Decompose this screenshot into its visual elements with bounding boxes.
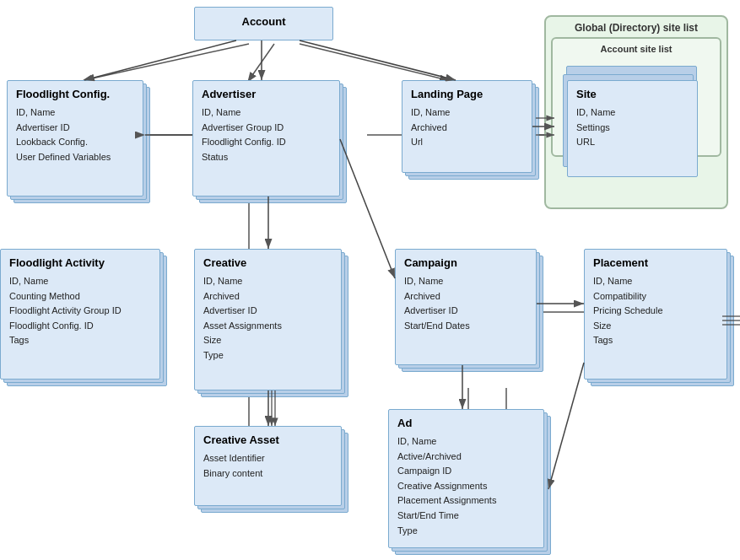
- floodlight-config-fields: ID, Name Advertiser ID Lookback Config. …: [16, 105, 134, 164]
- svg-line-2: [300, 44, 447, 80]
- fa-field-4: Tags: [9, 333, 151, 348]
- creative-fields: ID, Name Archived Advertiser ID Asset As…: [203, 274, 332, 363]
- advertiser-card: Advertiser ID, Name Advertiser Group ID …: [192, 80, 340, 197]
- ca-field-1: Binary content: [203, 466, 332, 482]
- pl-field-0: ID, Name: [593, 274, 718, 289]
- floodlight-activity-card: Floodlight Activity ID, Name Counting Me…: [0, 249, 160, 380]
- ad-field-5: Start/End Time: [397, 509, 535, 524]
- ad-card: Ad ID, Name Active/Archived Campaign ID …: [388, 409, 544, 548]
- account-site-list-container: Account site list Site ID, Name Settings…: [551, 37, 721, 157]
- fa-field-2: Floodlight Activity Group ID: [9, 304, 151, 319]
- ad-field-4: Placement Assignments: [397, 493, 535, 509]
- creative-title: Creative: [203, 256, 332, 269]
- ad-field-2: Campaign ID: [397, 464, 535, 479]
- svg-line-1: [249, 44, 274, 80]
- creative-card: Creative ID, Name Archived Advertiser ID…: [194, 249, 342, 390]
- adv-field-1: Advertiser Group ID: [202, 121, 331, 136]
- global-site-list-container: Global (Directory) site list Account sit…: [544, 15, 728, 209]
- adv-field-3: Status: [202, 150, 331, 165]
- adv-field-2: Floodlight Config. ID: [202, 135, 331, 150]
- lp-field-1: Archived: [411, 121, 523, 136]
- camp-field-3: Start/End Dates: [404, 319, 527, 334]
- pl-field-4: Tags: [593, 333, 718, 348]
- landing-page-fields: ID, Name Archived Url: [411, 105, 523, 150]
- site-title: Site: [576, 88, 689, 100]
- cr-field-5: Type: [203, 348, 332, 363]
- advertiser-fields: ID, Name Advertiser Group ID Floodlight …: [202, 105, 331, 164]
- camp-field-2: Advertiser ID: [404, 304, 527, 319]
- svg-line-0: [84, 44, 249, 80]
- lp-field-0: ID, Name: [411, 105, 523, 121]
- adv-field-0: ID, Name: [202, 105, 331, 121]
- campaign-card: Campaign ID, Name Archived Advertiser ID…: [395, 249, 537, 365]
- advertiser-title: Advertiser: [202, 88, 331, 100]
- account-card: Account: [194, 7, 333, 40]
- pl-field-2: Pricing Schedule: [593, 304, 718, 319]
- cr-field-0: ID, Name: [203, 274, 332, 289]
- site-fields: ID, Name Settings URL: [576, 105, 689, 150]
- fa-field-3: Floodlight Config. ID: [9, 319, 151, 334]
- diagram: Account Global (Directory) site list Acc…: [0, 0, 740, 560]
- global-site-list-title: Global (Directory) site list: [551, 22, 721, 34]
- ad-field-6: Type: [397, 524, 535, 539]
- site-field-2: URL: [576, 135, 689, 150]
- floodlight-activity-fields: ID, Name Counting Method Floodlight Acti…: [9, 274, 151, 348]
- creative-asset-card: Creative Asset Asset Identifier Binary c…: [194, 426, 342, 506]
- camp-field-1: Archived: [404, 289, 527, 304]
- floodlight-config-card: Floodlight Config. ID, Name Advertiser I…: [7, 80, 143, 197]
- pl-field-3: Size: [593, 319, 718, 334]
- creative-asset-fields: Asset Identifier Binary content: [203, 451, 332, 481]
- campaign-title: Campaign: [404, 256, 527, 269]
- camp-field-0: ID, Name: [404, 274, 527, 289]
- account-site-list-title: Account site list: [558, 44, 715, 54]
- site-field-1: Settings: [576, 121, 689, 136]
- placement-fields: ID, Name Compatibility Pricing Schedule …: [593, 274, 718, 348]
- site-card: Site ID, Name Settings URL: [567, 80, 698, 177]
- fc-field-2: Lookback Config.: [16, 135, 134, 150]
- lp-field-2: Url: [411, 135, 523, 150]
- fc-field-3: User Defined Variables: [16, 150, 134, 165]
- ad-fields: ID, Name Active/Archived Campaign ID Cre…: [397, 434, 535, 538]
- fa-field-0: ID, Name: [9, 274, 151, 289]
- landing-page-card: Landing Page ID, Name Archived Url: [402, 80, 532, 173]
- svg-line-15: [300, 40, 456, 80]
- svg-line-21: [548, 363, 584, 489]
- cr-field-2: Advertiser ID: [203, 304, 332, 319]
- landing-page-title: Landing Page: [411, 88, 523, 100]
- fa-field-1: Counting Method: [9, 289, 151, 304]
- cr-field-1: Archived: [203, 289, 332, 304]
- creative-asset-title: Creative Asset: [203, 433, 332, 446]
- site-field-0: ID, Name: [576, 105, 689, 121]
- ad-title: Ad: [397, 417, 535, 429]
- fc-field-1: Advertiser ID: [16, 121, 134, 136]
- account-title: Account: [242, 15, 286, 28]
- fc-field-0: ID, Name: [16, 105, 134, 121]
- cr-field-3: Asset Assignments: [203, 319, 332, 334]
- placement-title: Placement: [593, 256, 718, 269]
- cr-field-4: Size: [203, 333, 332, 348]
- floodlight-config-title: Floodlight Config.: [16, 88, 134, 100]
- ad-field-1: Active/Archived: [397, 450, 535, 465]
- svg-line-13: [84, 40, 236, 80]
- campaign-fields: ID, Name Archived Advertiser ID Start/En…: [404, 274, 527, 333]
- ca-field-0: Asset Identifier: [203, 451, 332, 466]
- ad-field-0: ID, Name: [397, 434, 535, 450]
- placement-card: Placement ID, Name Compatibility Pricing…: [584, 249, 727, 380]
- pl-field-1: Compatibility: [593, 289, 718, 304]
- ad-field-3: Creative Assignments: [397, 479, 535, 494]
- floodlight-activity-title: Floodlight Activity: [9, 256, 151, 269]
